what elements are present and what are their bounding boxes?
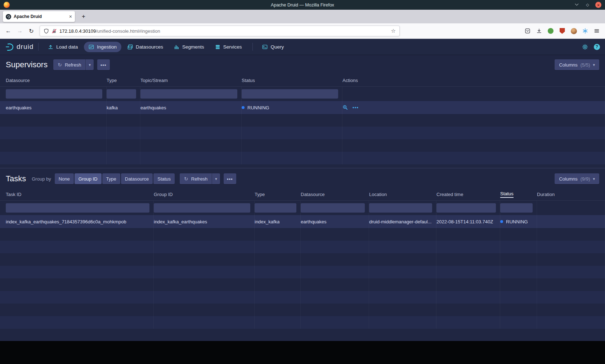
ublock-icon[interactable] [557,26,568,36]
filter-input-status[interactable] [242,89,338,99]
window-maximize-button[interactable]: ◇ [584,2,591,8]
filter-input-type[interactable] [107,89,136,99]
firefox-window: Apache Druid — Mozilla Firefox ◇ × Apach… [0,0,605,341]
task-row[interactable]: index_kafka_earthquakes_7184357396d6c0a_… [0,215,605,228]
column-header-type[interactable]: Type [255,188,301,200]
filter-input-topic-stream[interactable] [140,89,237,99]
menu-icon[interactable] [591,26,602,36]
magnifier-icon[interactable] [342,105,348,110]
column-header-task-id[interactable]: Task ID [6,188,154,200]
new-tab-button[interactable]: + [79,12,89,22]
columns-label: Columns [559,62,577,68]
group-by-label: Group by [32,176,51,182]
url-host: 172.18.0.4:30109 [59,28,96,34]
nav-segments[interactable]: Segments [169,42,209,52]
column-header-datasource[interactable]: Datasource [301,188,369,200]
window-close-button[interactable]: × [595,2,601,8]
tasks-table: Task ID Group ID Type Datasource Locatio… [0,188,605,329]
tasks-columns-button[interactable]: Columns (9/9) ▾ [555,173,599,184]
empty-table-row [0,253,605,266]
druid-header: druid Load data Ingestion Datasources Se… [0,39,605,55]
supervisors-refresh-caret-button[interactable]: ▾ [85,59,94,70]
url-path: /unified-console.html#ingestion [96,28,160,34]
insecure-lock-icon[interactable] [51,28,57,34]
tab-close-icon[interactable]: × [69,14,72,19]
group-by-datasource-button[interactable]: Datasource [121,173,153,184]
chevron-down-icon: ▾ [593,177,595,181]
filter-input-datasource[interactable] [301,203,365,213]
nav-services[interactable]: Services [210,42,247,52]
task-group-id: index_kafka_earthquakes [154,219,207,224]
group-by-status-button[interactable]: Status [153,173,175,184]
forward-button[interactable]: → [14,26,25,36]
pocket-icon[interactable] [522,26,533,36]
supervisors-more-button[interactable]: ••• [97,59,110,70]
back-button[interactable]: ← [3,26,14,36]
filter-input-status[interactable] [500,203,533,213]
group-by-type-button[interactable]: Type [102,173,120,184]
browser-tab[interactable]: Apache Druid × [3,11,75,22]
help-icon[interactable]: ? [594,44,600,50]
filter-input-type[interactable] [255,203,296,213]
supervisors-filter-row [0,87,605,101]
shield-icon[interactable] [44,28,49,34]
supervisors-toolbar: Supervisors ↻ Refresh ▾ ••• Columns (5/5… [0,55,605,74]
filter-input-created-time[interactable] [436,203,496,213]
supervisor-topic-stream: earthquakes [140,105,166,110]
supervisors-refresh-button[interactable]: ↻ Refresh [53,59,85,70]
supervisors-columns-button[interactable]: Columns (5/5) ▾ [555,59,599,70]
column-header-datasource[interactable]: Datasource [6,74,107,86]
nav-datasources[interactable]: Datasources [123,42,168,52]
filter-input-datasource[interactable] [6,89,102,99]
nav-label: Datasources [136,44,163,50]
empty-table-row [0,241,605,253]
column-header-status[interactable]: Status [500,188,537,200]
task-location: druid-middlemanager-defaul... [369,219,431,224]
profile-avatar-icon[interactable] [568,26,579,36]
druid-logo[interactable]: druid [5,42,33,51]
filter-input-task-id[interactable] [6,203,149,213]
column-header-location[interactable]: Location [369,188,436,200]
nav-label: Services [223,44,242,50]
group-by-none-button[interactable]: None [55,173,74,184]
column-header-created-time[interactable]: Created time [436,188,500,200]
row-more-icon[interactable]: ••• [353,105,359,110]
column-header-duration[interactable]: Duration [537,188,605,200]
group-by-group-id-button[interactable]: Group ID [75,173,102,184]
reload-button[interactable]: ↻ [26,26,37,36]
refresh-icon: ↻ [184,176,188,182]
empty-table-row [0,114,605,127]
nav-load-data[interactable]: Load data [43,42,82,52]
window-minimize-button[interactable] [574,2,580,8]
column-header-topic-stream[interactable]: Topic/Stream [140,74,242,86]
tasks-refresh-button[interactable]: ↻ Refresh [180,173,212,184]
tasks-more-button[interactable]: ••• [224,173,236,184]
nav-ingestion[interactable]: Ingestion [84,42,121,52]
running-status-dot [242,106,245,109]
empty-table-row [0,291,605,304]
supervisor-row[interactable]: earthquakes kafka earthquakes RUNNING ••… [0,101,605,114]
column-header-group-id[interactable]: Group ID [154,188,255,200]
filter-input-location[interactable] [369,203,432,213]
downloads-icon[interactable] [534,26,544,36]
url-bar[interactable]: 172.18.0.4:30109/unified-console.html#in… [40,26,400,36]
extension-green-icon[interactable] [545,26,556,36]
nav-label: Segments [182,44,204,50]
column-header-actions[interactable]: Actions [342,74,605,86]
bookmark-star-icon[interactable]: ☆ [391,28,396,34]
gear-icon[interactable] [582,44,588,50]
supervisor-actions: ••• [342,101,605,114]
supervisor-datasource: earthquakes [6,105,32,110]
tasks-refresh-caret-button[interactable]: ▾ [212,173,220,184]
empty-table-row [0,304,605,316]
task-datasource: earthquakes [301,219,327,224]
columns-count: (5/5) [581,62,590,68]
column-header-status[interactable]: Status [242,74,342,86]
nav-query[interactable]: Query [257,42,288,52]
tasks-title: Tasks [6,174,26,183]
snowflake-extension-icon[interactable] [580,26,591,36]
druid-console: druid Load data Ingestion Datasources Se… [0,39,605,341]
column-header-type[interactable]: Type [107,74,140,86]
header-divider [38,43,39,51]
filter-input-group-id[interactable] [154,203,250,213]
